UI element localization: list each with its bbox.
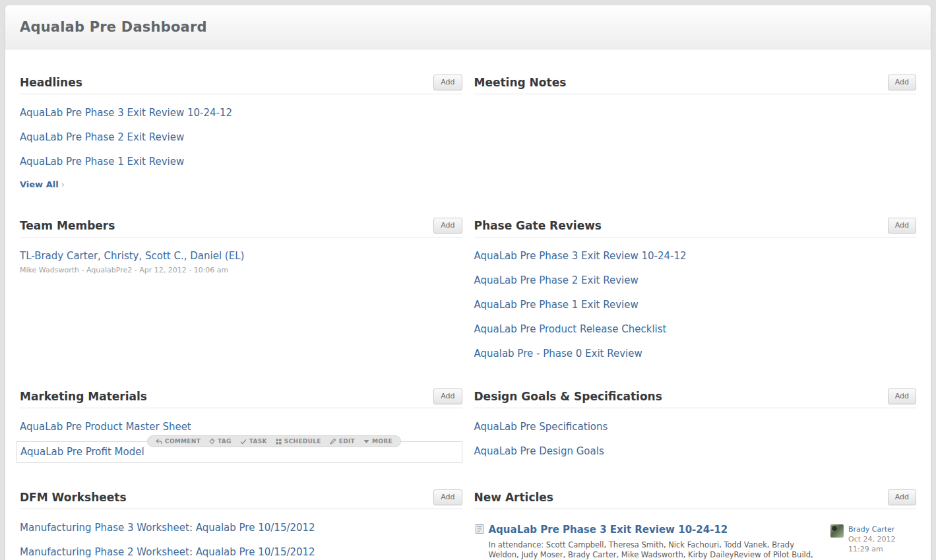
view-all-label: View All	[20, 179, 59, 189]
tag-label: TAG	[218, 438, 232, 445]
phase-gate-reviews-add-button[interactable]: Add	[888, 218, 916, 233]
article-date: Oct 24, 2012	[848, 534, 896, 544]
design-goals-add-button[interactable]: Add	[888, 389, 916, 404]
task-button[interactable]: TASK	[240, 438, 267, 445]
phase-gate-review-link[interactable]: AquaLab Pre Phase 1 Exit Review	[474, 299, 917, 311]
article-time: 11:29 am	[848, 544, 896, 554]
reply-icon	[156, 439, 162, 445]
article-main: AquaLab Pre Phase 3 Exit Review 10-24-12…	[489, 523, 831, 560]
meeting-notes-title: Meeting Notes	[474, 76, 567, 89]
dfm-worksheets-title: DFM Worksheets	[20, 491, 127, 504]
task-label: TASK	[249, 438, 267, 445]
article-author-link[interactable]: Brady Carter	[848, 524, 896, 534]
chevron-right-icon: ›	[61, 179, 65, 189]
phase-gate-reviews-title: Phase Gate Reviews	[474, 219, 602, 232]
schedule-label: SCHEDULE	[284, 438, 321, 445]
comment-label: COMMENT	[165, 438, 201, 445]
marketing-materials-header: Marketing Materials Add	[20, 389, 462, 408]
dashboard-content: Headlines Add AquaLab Pre Phase 3 Exit R…	[5, 49, 931, 560]
marketing-materials-add-button[interactable]: Add	[433, 389, 462, 404]
phase-gate-review-link[interactable]: Aqualab Pre - Phase 0 Exit Review	[474, 348, 917, 359]
comment-button[interactable]: COMMENT	[156, 438, 201, 445]
more-button[interactable]: MORE	[363, 438, 392, 445]
edit-label: EDIT	[339, 438, 355, 445]
section-team-members: Team Members Add TL-Brady Carter, Christ…	[20, 218, 462, 389]
section-headlines: Headlines Add AquaLab Pre Phase 3 Exit R…	[20, 75, 462, 218]
team-members-meta: Mike Wadsworth - AqualabPre2 - Apr 12, 2…	[20, 266, 462, 274]
headline-link[interactable]: AquaLab Pre Phase 1 Exit Review	[20, 156, 462, 168]
section-design-goals: Design Goals & Specifications Add AquaLa…	[474, 389, 917, 489]
headlines-add-button[interactable]: Add	[433, 75, 462, 90]
design-goals-header: Design Goals & Specifications Add	[474, 389, 917, 408]
meeting-notes-add-button[interactable]: Add	[888, 75, 916, 90]
schedule-button[interactable]: SCHEDULE	[276, 438, 321, 445]
new-articles-add-button[interactable]: Add	[888, 489, 916, 505]
marketing-material-link[interactable]: AquaLab Pre Profit Model	[20, 446, 458, 458]
phase-gate-review-link[interactable]: AquaLab Pre Phase 3 Exit Review 10-24-12	[474, 250, 917, 262]
item-hover-toolbar: COMMENT TAG TASK SCHEDULE	[147, 435, 401, 447]
more-label: MORE	[372, 438, 392, 445]
marketing-materials-title: Marketing Materials	[20, 390, 147, 403]
team-members-add-button[interactable]: Add	[433, 218, 462, 233]
headline-link[interactable]: AquaLab Pre Phase 3 Exit Review 10-24-12	[20, 107, 462, 119]
article-title-link[interactable]: AquaLab Pre Phase 3 Exit Review 10-24-12	[489, 524, 728, 536]
dashboard-row-2: Team Members Add TL-Brady Carter, Christ…	[20, 218, 916, 389]
edit-button[interactable]: EDIT	[330, 438, 355, 445]
dfm-worksheets-add-button[interactable]: Add	[433, 489, 462, 505]
team-members-link[interactable]: TL-Brady Carter, Christy, Scott C., Dani…	[20, 250, 462, 262]
design-goals-link[interactable]: AquaLab Pre Design Goals	[474, 445, 917, 457]
marketing-material-hovered-row[interactable]: AquaLab Pre Profit Model COMMENT TAG	[16, 441, 462, 463]
phase-gate-reviews-header: Phase Gate Reviews Add	[474, 218, 917, 237]
document-icon	[476, 524, 484, 534]
headlines-view-all-link[interactable]: View All›	[20, 179, 65, 189]
team-members-title: Team Members	[20, 219, 115, 232]
section-marketing-materials: Marketing Materials Add AquaLab Pre Prod…	[20, 389, 462, 489]
dashboard-row-1: Headlines Add AquaLab Pre Phase 3 Exit R…	[20, 75, 916, 218]
dashboard-card: Aqualab Pre Dashboard Headlines Add Aqua…	[5, 5, 931, 560]
page-header: Aqualab Pre Dashboard	[5, 5, 931, 49]
section-meeting-notes: Meeting Notes Add	[474, 75, 917, 218]
author-avatar[interactable]	[830, 524, 844, 538]
headlines-header: Headlines Add	[20, 75, 462, 94]
new-articles-title: New Articles	[474, 491, 553, 504]
team-members-header: Team Members Add	[20, 218, 462, 237]
new-articles-header: New Articles Add	[474, 489, 917, 509]
meeting-notes-header: Meeting Notes Add	[474, 75, 917, 94]
section-phase-gate-reviews: Phase Gate Reviews Add AquaLab Pre Phase…	[474, 218, 917, 389]
dfm-worksheet-link[interactable]: Manufacturing Phase 3 Worksheet: Aqualab…	[20, 522, 462, 534]
article-meta: Brady Carter Oct 24, 2012 11:29 am	[830, 523, 916, 560]
page-title: Aqualab Pre Dashboard	[20, 19, 207, 35]
phase-gate-review-link[interactable]: AquaLab Pre Product Release Checklist	[474, 323, 917, 335]
tag-icon	[209, 438, 215, 445]
headline-link[interactable]: AquaLab Pre Phase 2 Exit Review	[20, 131, 462, 143]
section-new-articles: New Articles Add AquaLab Pre Phase 3 Exi…	[474, 489, 917, 560]
marketing-material-link[interactable]: AquaLab Pre Product Master Sheet	[20, 421, 462, 433]
section-dfm-worksheets: DFM Worksheets Add Manufacturing Phase 3…	[20, 489, 462, 560]
caret-down-icon	[363, 439, 369, 444]
design-goals-link[interactable]: AquaLab Pre Specifications	[474, 421, 917, 433]
dfm-worksheets-header: DFM Worksheets Add	[20, 489, 462, 509]
article-meta-text: Brady Carter Oct 24, 2012 11:29 am	[848, 524, 896, 560]
headlines-title: Headlines	[20, 76, 82, 89]
check-icon	[240, 439, 247, 445]
grid-icon	[276, 439, 282, 445]
dfm-worksheet-link[interactable]: Manufacturing Phase 2 Worksheet: Aqualab…	[20, 546, 462, 558]
design-goals-title: Design Goals & Specifications	[474, 390, 662, 403]
article-excerpt: In attendance: Scott Campbell, Theresa S…	[489, 540, 815, 560]
pencil-icon	[330, 438, 336, 445]
phase-gate-review-link[interactable]: AquaLab Pre Phase 2 Exit Review	[474, 274, 917, 286]
dashboard-row-3: Marketing Materials Add AquaLab Pre Prod…	[20, 389, 916, 489]
dashboard-row-4: DFM Worksheets Add Manufacturing Phase 3…	[20, 489, 916, 560]
article-row: AquaLab Pre Phase 3 Exit Review 10-24-12…	[474, 523, 917, 560]
tag-button[interactable]: TAG	[209, 438, 232, 445]
